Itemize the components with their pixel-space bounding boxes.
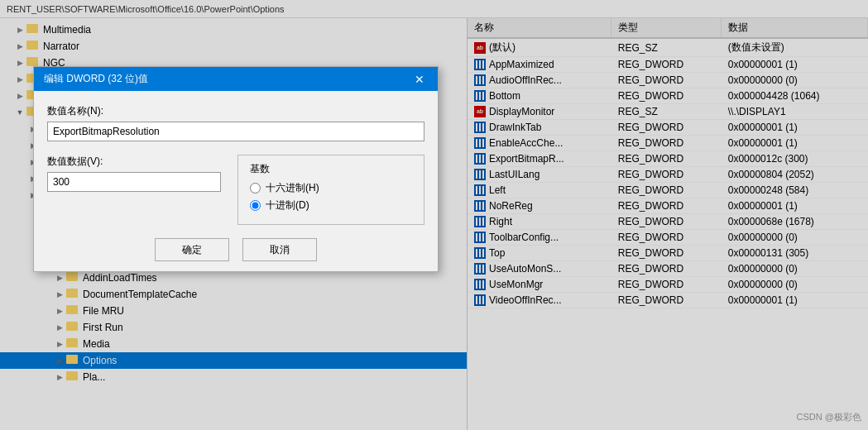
ok-button[interactable]: 确定 bbox=[155, 238, 229, 261]
hex-radio[interactable] bbox=[250, 183, 261, 194]
name-label: 数值名称(N): bbox=[47, 104, 424, 118]
hex-label: 十六进制(H) bbox=[266, 181, 319, 195]
data-label: 数值数据(V): bbox=[47, 155, 221, 169]
dialog-title: 编辑 DWORD (32 位)值 bbox=[44, 72, 148, 86]
name-input[interactable] bbox=[47, 122, 424, 141]
dec-label: 十进制(D) bbox=[266, 198, 309, 213]
hex-radio-option[interactable]: 十六进制(H) bbox=[250, 181, 412, 195]
dialog-content: 数值名称(N): 数值数据(V): 基数 十六进制(H) 十进制(D) bbox=[34, 91, 438, 271]
dialog-row: 数值数据(V): 基数 十六进制(H) 十进制(D) bbox=[47, 155, 424, 225]
dec-radio-option[interactable]: 十进制(D) bbox=[250, 198, 412, 213]
cancel-button[interactable]: 取消 bbox=[242, 238, 317, 261]
dialog-overlay: 编辑 DWORD (32 位)值 ✕ 数值名称(N): 数值数据(V): 基数 … bbox=[0, 0, 868, 430]
dec-radio[interactable] bbox=[250, 200, 261, 211]
dialog-close-button[interactable]: ✕ bbox=[411, 73, 428, 86]
edit-dword-dialog[interactable]: 编辑 DWORD (32 位)值 ✕ 数值名称(N): 数值数据(V): 基数 … bbox=[33, 66, 439, 272]
base-group: 基数 十六进制(H) 十进制(D) bbox=[237, 155, 424, 225]
dialog-buttons: 确定 取消 bbox=[47, 238, 424, 261]
data-input[interactable] bbox=[47, 172, 221, 192]
value-section: 数值数据(V): bbox=[47, 155, 221, 225]
base-group-title: 基数 bbox=[250, 162, 412, 176]
dialog-title-bar: 编辑 DWORD (32 位)值 ✕ bbox=[34, 67, 438, 91]
